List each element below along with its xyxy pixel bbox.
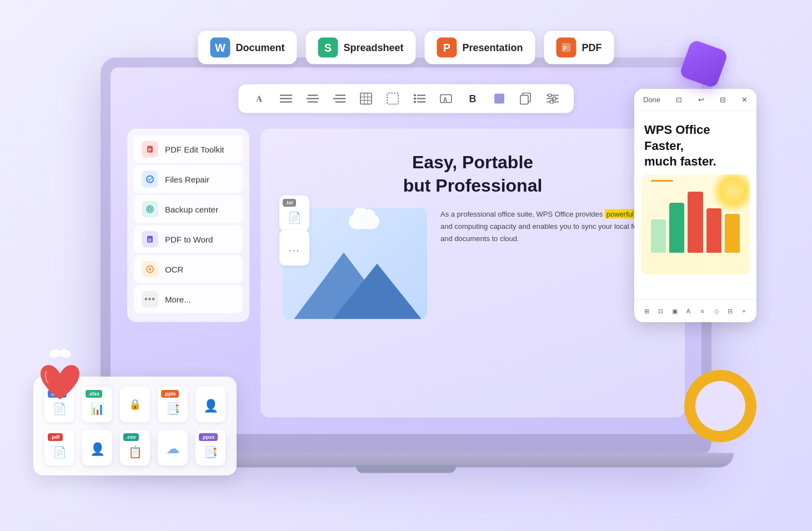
files-repair-icon bbox=[142, 171, 158, 188]
doc-content: Easy, Portable but Professional bbox=[260, 129, 685, 418]
menu-item-more[interactable]: ••• More... bbox=[134, 285, 243, 313]
chart-bar-5 bbox=[725, 214, 740, 253]
toolbar-icon-frame[interactable] bbox=[492, 91, 507, 107]
svg-point-44 bbox=[149, 268, 151, 270]
file-tag-xlsx: .xlsx bbox=[86, 390, 102, 398]
file-icon-txt[interactable]: .txt 📄 bbox=[279, 196, 309, 231]
footer-icon-shape[interactable]: ◇ bbox=[710, 304, 723, 318]
wps-panel-title: WPS Office Faster, much faster. bbox=[634, 111, 756, 174]
toolbar-icon-align1[interactable] bbox=[278, 91, 294, 107]
deco-ring bbox=[684, 370, 756, 442]
tab-spreadsheet-label: Spreadsheet bbox=[343, 42, 403, 53]
tab-pdf[interactable]: P PDF bbox=[544, 31, 614, 64]
toolbar-icon-table[interactable] bbox=[358, 91, 374, 107]
file-icon-dots[interactable]: ··· bbox=[279, 230, 309, 266]
footer-icon-list2[interactable]: ≡ bbox=[696, 304, 709, 318]
svg-text:P: P bbox=[563, 46, 567, 52]
menu-item-pdf-word-label: PDF to Word bbox=[165, 234, 213, 244]
csv-icon-body: 📋 bbox=[128, 445, 142, 459]
doc-text: As a professional office suite, WPS Offi… bbox=[440, 208, 663, 245]
file-icon-pptx[interactable]: .pptx 📑 bbox=[158, 387, 188, 422]
tab-document[interactable]: W Document bbox=[198, 31, 297, 64]
pdf-icon: P bbox=[557, 38, 577, 58]
svg-point-32 bbox=[553, 97, 556, 101]
chart-bar-4 bbox=[706, 208, 721, 253]
menu-item-backup[interactable]: Backup center bbox=[134, 196, 243, 223]
toolbar-icon-list[interactable] bbox=[412, 91, 427, 107]
toolbar-icon-bold[interactable]: B bbox=[465, 91, 480, 107]
deco-ring-inner bbox=[695, 381, 745, 431]
svg-text:P: P bbox=[148, 148, 152, 153]
sheet-icon: S bbox=[318, 38, 338, 58]
laptop-notch bbox=[356, 465, 456, 473]
wps-header-icon-layout[interactable]: ⊟ bbox=[720, 96, 726, 104]
toolbar-icon-copy[interactable] bbox=[518, 91, 534, 107]
doc-title-line2: but Professional bbox=[403, 175, 543, 195]
menu-item-ocr[interactable]: OCR bbox=[134, 256, 243, 283]
menu-item-pdf-edit[interactable]: P PDF Edit Toolkit bbox=[134, 136, 243, 163]
ppsx-icon-body: 📑 bbox=[204, 445, 218, 459]
file-tag-pdf: .pdf bbox=[48, 433, 63, 441]
doc-title: Easy, Portable but Professional bbox=[283, 151, 663, 197]
menu-item-files-repair-label: Files Repair bbox=[165, 174, 209, 184]
menu-item-backup-label: Backup center bbox=[165, 204, 218, 214]
toolbar-icon-text-box[interactable]: A bbox=[438, 91, 454, 107]
toolbar-icon-insert-table[interactable] bbox=[385, 91, 400, 107]
file-tag-pptx: .pptx bbox=[161, 390, 179, 398]
footer-icon-text[interactable]: A bbox=[682, 304, 695, 318]
txt-icon-body: 📄 bbox=[288, 211, 302, 224]
chart-bar-1 bbox=[651, 219, 666, 253]
tab-presentation[interactable]: P Presentation bbox=[425, 31, 535, 64]
svg-point-17 bbox=[414, 94, 416, 97]
wps-panel: Done ⊡ ↩ ⊟ ✕ WPS Office Faster, much fas… bbox=[634, 89, 756, 322]
wps-header-icon-undo[interactable]: ↩ bbox=[698, 96, 704, 104]
tab-spreadsheet[interactable]: S Spreadsheet bbox=[305, 31, 415, 64]
svg-point-31 bbox=[548, 94, 552, 97]
locked-icon: 🔒 bbox=[129, 398, 141, 410]
pdf-to-word-icon: D bbox=[142, 231, 158, 248]
file-tag-txt: .txt bbox=[283, 199, 296, 207]
footer-icon-save2[interactable]: ⊡ bbox=[654, 304, 668, 318]
wps-panel-header: Done ⊡ ↩ ⊟ ✕ bbox=[634, 89, 756, 111]
footer-icon-minus[interactable]: ⊟ bbox=[724, 304, 737, 318]
chart-bar-3 bbox=[688, 192, 703, 253]
toolbar-icon-font[interactable]: 𝐀 bbox=[252, 91, 267, 107]
footer-icon-plus[interactable]: + bbox=[738, 304, 751, 318]
svg-rect-16 bbox=[387, 93, 398, 104]
file-icon-csv[interactable]: .csv 📋 bbox=[120, 430, 150, 465]
user-icon: 👤 bbox=[203, 399, 218, 413]
app-tabs: W Document S Spreadsheet P Presentation … bbox=[198, 31, 614, 64]
menu-item-more-label: More... bbox=[165, 294, 191, 304]
svg-point-21 bbox=[414, 101, 416, 103]
file-icon-ppsx[interactable]: .ppsx 📑 bbox=[196, 430, 225, 465]
file-icon-user[interactable]: 👤 bbox=[196, 387, 225, 422]
svg-text:A: A bbox=[443, 97, 447, 103]
bow bbox=[49, 348, 71, 359]
footer-icon-rect[interactable]: ▣ bbox=[668, 304, 681, 318]
doc-title-line1: Easy, Portable bbox=[412, 152, 533, 172]
toolbar-icon-align2[interactable] bbox=[305, 91, 320, 107]
toolbar-icon-align3[interactable] bbox=[332, 91, 347, 107]
wps-done-label[interactable]: Done bbox=[643, 96, 660, 104]
file-icon-pdf[interactable]: .pdf 📄 bbox=[44, 430, 74, 465]
file-icon-user2[interactable]: 👤 bbox=[82, 430, 112, 465]
pptx-icon-body: 📑 bbox=[166, 402, 180, 415]
file-icon-cloud[interactable]: ☁ bbox=[158, 430, 188, 465]
wps-title-line1: WPS Office bbox=[644, 123, 710, 137]
wps-header-icon-close[interactable]: ✕ bbox=[741, 96, 748, 104]
xlsx-icon-body: 📊 bbox=[91, 402, 104, 415]
menu-item-pdf-word[interactable]: D PDF to Word bbox=[134, 226, 243, 253]
wps-chart-area bbox=[641, 174, 750, 274]
footer-icon-grid[interactable]: ⊞ bbox=[640, 304, 654, 318]
svg-rect-11 bbox=[360, 93, 372, 104]
svg-point-19 bbox=[414, 98, 416, 100]
svg-point-33 bbox=[550, 101, 553, 104]
toolbar-icon-adjust[interactable] bbox=[545, 91, 560, 107]
file-icon-locked[interactable]: 🔒 bbox=[120, 387, 150, 422]
chart-line bbox=[651, 180, 673, 182]
dots-icon: ··· bbox=[288, 246, 300, 257]
menu-item-files-repair[interactable]: Files Repair bbox=[134, 166, 243, 193]
tab-document-label: Document bbox=[235, 42, 284, 53]
tab-pdf-label: PDF bbox=[582, 42, 602, 53]
wps-header-icon-save[interactable]: ⊡ bbox=[676, 96, 682, 104]
